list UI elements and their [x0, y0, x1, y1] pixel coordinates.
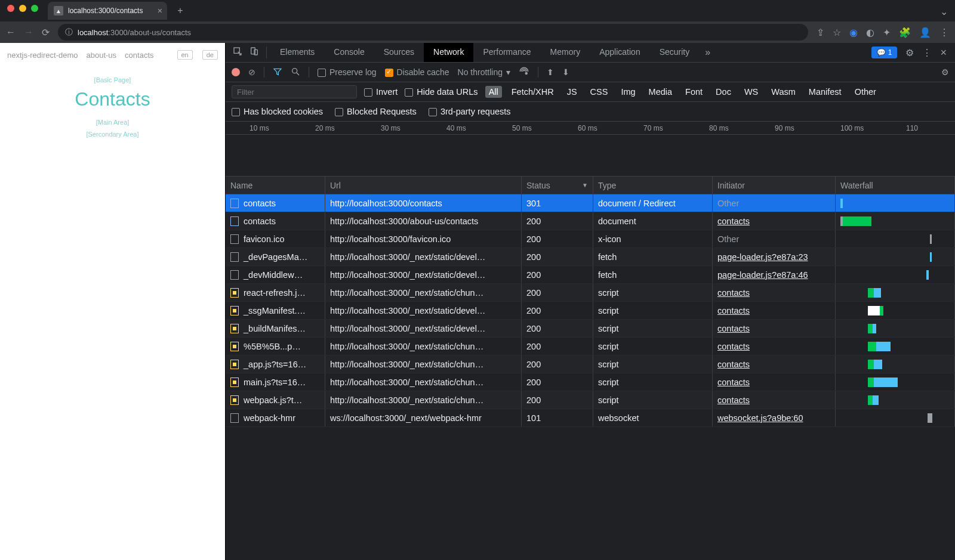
devtools-tab-elements[interactable]: Elements — [270, 43, 324, 62]
bookmark-icon[interactable]: ☆ — [833, 27, 841, 38]
nav-contacts[interactable]: contacts — [125, 51, 153, 60]
table-row[interactable]: contactshttp://localhost:3000/contacts30… — [226, 194, 955, 212]
filter-type-media[interactable]: Media — [645, 86, 676, 98]
filter-type-manifest[interactable]: Manifest — [805, 86, 845, 98]
settings-gear-icon[interactable]: ⚙ — [905, 47, 914, 58]
filter-type-doc[interactable]: Doc — [712, 86, 735, 98]
site-info-icon[interactable]: ⓘ — [65, 27, 73, 38]
nav-about[interactable]: about-us — [87, 51, 117, 60]
third-party-checkbox[interactable]: 3rd-party requests — [429, 107, 511, 116]
download-har-icon[interactable]: ⬇ — [562, 67, 569, 77]
initiator-link[interactable]: page-loader.js?e87a:23 — [717, 252, 808, 262]
initiator-link[interactable]: contacts — [717, 306, 750, 315]
filter-type-css[interactable]: CSS — [587, 86, 612, 98]
extension-icon-1[interactable]: ◉ — [849, 27, 858, 38]
network-settings-icon[interactable]: ⚙ — [941, 67, 949, 77]
share-icon[interactable]: ⇪ — [817, 27, 824, 38]
filter-type-font[interactable]: Font — [682, 86, 706, 98]
filter-type-fetchxhr[interactable]: Fetch/XHR — [508, 86, 557, 98]
filter-input[interactable] — [232, 85, 357, 98]
issues-badge[interactable]: 💬 1 — [871, 47, 898, 58]
devtools-menu-icon[interactable]: ⋮ — [922, 47, 932, 58]
menu-icon[interactable]: ⋮ — [939, 27, 949, 38]
devtools-tab-memory[interactable]: Memory — [541, 43, 590, 62]
clear-button[interactable]: ⊘ — [248, 67, 255, 77]
preserve-log-checkbox[interactable]: Preserve log — [318, 67, 377, 77]
devtools-tab-security[interactable]: Security — [650, 43, 700, 62]
network-conditions-icon[interactable] — [519, 66, 529, 79]
initiator-link[interactable]: contacts — [717, 216, 750, 226]
blocked-requests-checkbox[interactable]: Blocked Requests — [335, 107, 417, 116]
table-row[interactable]: contactshttp://localhost:3000/about-us/c… — [226, 212, 955, 230]
table-row[interactable]: main.js?ts=16…http://localhost:3000/_nex… — [226, 373, 955, 391]
initiator-link[interactable]: websocket.js?a9be:60 — [717, 413, 803, 423]
network-timeline[interactable]: 10 ms20 ms30 ms40 ms50 ms60 ms70 ms80 ms… — [226, 122, 955, 177]
table-row[interactable]: favicon.icohttp://localhost:3000/favicon… — [226, 230, 955, 248]
url-input[interactable]: ⓘ localhost:3000/about-us/contacts — [58, 24, 808, 41]
devtools-tab-console[interactable]: Console — [324, 43, 374, 62]
devtools-tab-performance[interactable]: Performance — [473, 43, 540, 62]
devtools-tab-sources[interactable]: Sources — [374, 43, 424, 62]
hide-data-urls-checkbox[interactable]: Hide data URLs — [405, 87, 478, 97]
devtools-tab-network[interactable]: Network — [424, 43, 473, 62]
table-row[interactable]: react-refresh.j…http://localhost:3000/_n… — [226, 284, 955, 302]
table-row[interactable]: _devMiddlew…http://localhost:3000/_next/… — [226, 266, 955, 284]
window-maximize-button[interactable] — [31, 5, 38, 12]
table-row[interactable]: webpack.js?t…http://localhost:3000/_next… — [226, 391, 955, 409]
table-row[interactable]: _devPagesMa…http://localhost:3000/_next/… — [226, 248, 955, 266]
device-toggle-icon[interactable] — [246, 47, 263, 58]
tabs-overflow-icon[interactable]: ⌄ — [940, 6, 948, 17]
col-initiator[interactable]: Initiator — [713, 177, 836, 194]
initiator-link[interactable]: contacts — [717, 395, 750, 405]
col-waterfall[interactable]: Waterfall — [836, 177, 955, 194]
record-button[interactable] — [232, 68, 240, 76]
forward-button[interactable]: → — [24, 27, 33, 38]
initiator-link[interactable]: contacts — [717, 378, 750, 387]
more-tabs-icon[interactable]: » — [699, 47, 716, 58]
browser-tab[interactable]: ▲ localhost:3000/contacts × — [48, 2, 167, 20]
back-button[interactable]: ← — [6, 27, 16, 38]
filter-type-wasm[interactable]: Wasm — [768, 86, 799, 98]
initiator-link[interactable]: contacts — [717, 324, 750, 333]
invert-checkbox[interactable]: Invert — [364, 87, 398, 97]
inspect-element-icon[interactable] — [229, 47, 246, 58]
col-url[interactable]: Url — [325, 177, 522, 194]
col-name[interactable]: Name — [226, 177, 325, 194]
col-type[interactable]: Type — [593, 177, 713, 194]
filter-type-other[interactable]: Other — [851, 86, 880, 98]
initiator-link[interactable]: contacts — [717, 342, 750, 351]
table-row[interactable]: %5B%5B...p…http://localhost:3000/_next/s… — [226, 338, 955, 355]
devtools-close-icon[interactable]: × — [940, 47, 947, 59]
disable-cache-checkbox[interactable]: Disable cache — [385, 67, 449, 77]
nav-brand[interactable]: nextjs-redirect-demo — [7, 51, 78, 60]
extension-icon-3[interactable]: ✦ — [883, 27, 891, 38]
lang-en-button[interactable]: en — [177, 50, 193, 60]
search-icon[interactable] — [291, 67, 300, 78]
new-tab-button[interactable]: + — [172, 5, 189, 16]
filter-type-all[interactable]: All — [485, 86, 502, 98]
upload-har-icon[interactable]: ⬆ — [547, 67, 554, 77]
table-row[interactable]: _buildManifes…http://localhost:3000/_nex… — [226, 320, 955, 338]
filter-type-img[interactable]: Img — [617, 86, 639, 98]
lang-de-button[interactable]: de — [202, 50, 218, 60]
filter-toggle-icon[interactable] — [273, 67, 282, 78]
initiator-link[interactable]: page-loader.js?e87a:46 — [717, 270, 808, 280]
initiator-link[interactable]: contacts — [717, 288, 750, 298]
throttling-select[interactable]: No throttling▾ — [458, 67, 510, 77]
filter-type-js[interactable]: JS — [563, 86, 581, 98]
window-minimize-button[interactable] — [19, 5, 26, 12]
extensions-icon[interactable]: 🧩 — [899, 27, 911, 38]
devtools-tab-application[interactable]: Application — [590, 43, 650, 62]
initiator-link[interactable]: contacts — [717, 360, 750, 369]
extension-icon-2[interactable]: ◐ — [866, 27, 874, 38]
blocked-cookies-checkbox[interactable]: Has blocked cookies — [232, 107, 323, 116]
tab-close-icon[interactable]: × — [158, 6, 162, 16]
reload-button[interactable]: ⟳ — [42, 27, 50, 38]
table-row[interactable]: webpack-hmrws://localhost:3000/_next/web… — [226, 409, 955, 427]
table-row[interactable]: _app.js?ts=16…http://localhost:3000/_nex… — [226, 355, 955, 373]
col-status[interactable]: Status▼ — [522, 177, 593, 194]
window-close-button[interactable] — [7, 5, 14, 12]
table-row[interactable]: _ssgManifest.…http://localhost:3000/_nex… — [226, 302, 955, 320]
filter-type-ws[interactable]: WS — [741, 86, 762, 98]
profile-icon[interactable]: 👤 — [919, 27, 931, 38]
